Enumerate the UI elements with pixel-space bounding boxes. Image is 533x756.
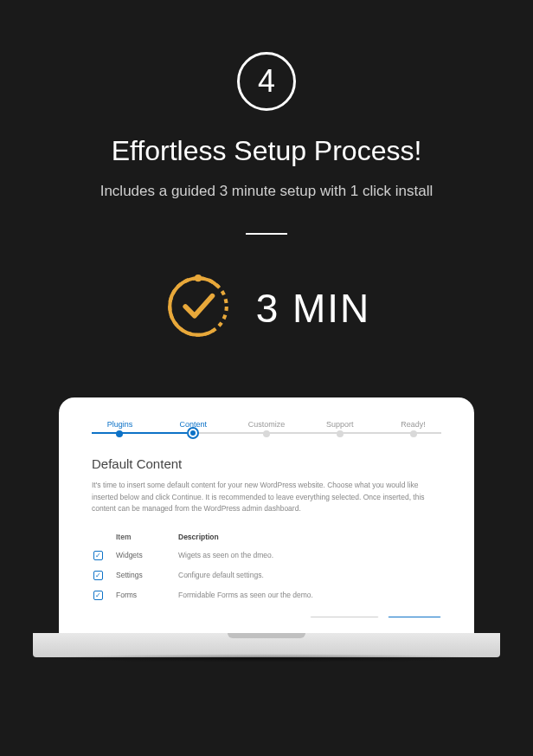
wizard-step-content[interactable]: Content xyxy=(157,420,230,437)
checkbox-settings[interactable]: ✓ xyxy=(93,571,103,580)
wizard-step-label: Plugins xyxy=(107,420,133,429)
col-description: Description xyxy=(178,529,440,545)
wizard-step-label: Support xyxy=(326,420,354,429)
wizard-dot-icon xyxy=(410,430,417,437)
time-row: 3 MIN xyxy=(0,271,533,346)
checkbox-widgets[interactable]: ✓ xyxy=(93,551,103,560)
wizard-step-label: Content xyxy=(179,420,207,429)
wizard-steps: Plugins Content Customize Support Ready! xyxy=(74,413,459,444)
laptop-screen: Plugins Content Customize Support Ready! xyxy=(59,397,474,633)
button-row: Skip this step Continue xyxy=(92,617,441,617)
panel-description: It's time to insert some default content… xyxy=(92,480,441,515)
continue-button[interactable]: Continue xyxy=(388,617,441,617)
wizard-step-label: Ready! xyxy=(401,420,426,429)
col-check xyxy=(93,529,114,545)
col-item: Item xyxy=(116,529,177,545)
wizard-panel: Plugins Content Customize Support Ready! xyxy=(74,413,459,617)
row-desc: Configure default settings. xyxy=(178,566,440,585)
clock-check-icon xyxy=(163,271,234,346)
panel-title: Default Content xyxy=(92,456,441,471)
laptop-mockup: Plugins Content Customize Support Ready! xyxy=(59,397,474,657)
hero-title: Effortless Setup Process! xyxy=(0,135,533,167)
row-item: Settings xyxy=(116,566,177,585)
wizard-step-plugins[interactable]: Plugins xyxy=(83,420,157,437)
time-label: 3 MIN xyxy=(256,285,371,332)
svg-point-1 xyxy=(170,278,227,335)
row-desc: Formidable Forms as seen our the demo. xyxy=(178,586,440,604)
content-table: Item Description ✓ Widgets Wigets as see… xyxy=(92,527,441,606)
wizard-step-customize[interactable]: Customize xyxy=(230,420,304,437)
step-number: 4 xyxy=(258,63,275,100)
wizard-step-ready[interactable]: Ready! xyxy=(376,420,450,437)
table-row: ✓ Settings Configure default settings. xyxy=(93,566,440,585)
hero-section: 4 Effortless Setup Process! Includes a g… xyxy=(0,0,533,346)
table-header-row: Item Description xyxy=(93,529,440,545)
step-number-badge: 4 xyxy=(237,52,296,111)
skip-button[interactable]: Skip this step xyxy=(310,617,379,617)
wizard-dot-icon xyxy=(189,429,197,437)
wizard-dot-icon xyxy=(263,430,270,437)
wizard-content: Default Content It's time to insert some… xyxy=(74,444,459,617)
wizard-step-label: Customize xyxy=(248,420,286,429)
row-item: Widgets xyxy=(116,546,177,565)
wizard-dot-icon xyxy=(116,430,123,437)
row-desc: Wigets as seen on the dmeo. xyxy=(178,546,440,565)
svg-point-2 xyxy=(195,275,202,281)
row-item: Forms xyxy=(116,586,177,604)
table-row: ✓ Forms Formidable Forms as seen our the… xyxy=(93,586,440,604)
wizard-step-support[interactable]: Support xyxy=(303,420,376,437)
wizard-dot-icon xyxy=(337,430,344,437)
laptop-base xyxy=(33,633,500,657)
checkbox-forms[interactable]: ✓ xyxy=(93,591,103,600)
table-row: ✓ Widgets Wigets as seen on the dmeo. xyxy=(93,546,440,565)
hero-subtitle: Includes a guided 3 minute setup with 1 … xyxy=(0,183,533,200)
divider xyxy=(246,233,287,235)
